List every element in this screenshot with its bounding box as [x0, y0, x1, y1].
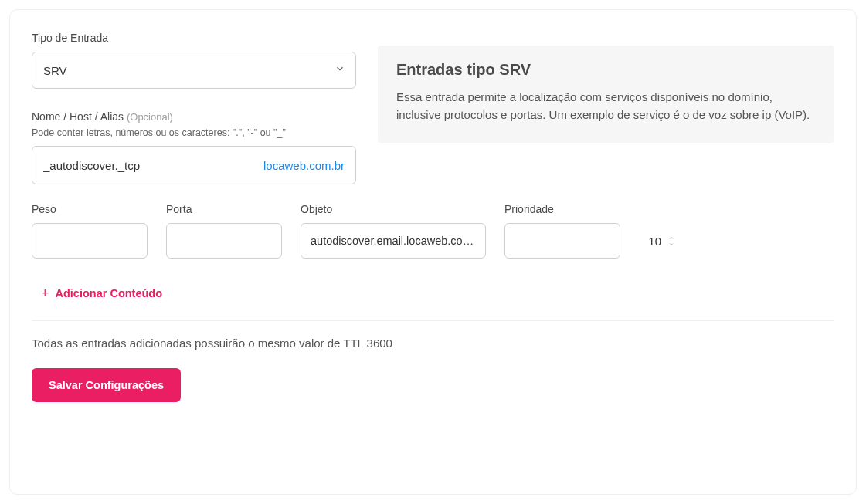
host-domain-suffix: locaweb.com.br: [257, 159, 345, 172]
host-label-text: Nome / Host / Alias: [32, 110, 124, 123]
porta-group: Porta: [166, 203, 282, 259]
prioridade-group: Prioridade: [504, 203, 620, 259]
peso-group: Peso: [32, 203, 148, 259]
host-label: Nome / Host / Alias (Opcional): [32, 110, 356, 123]
chevron-up-icon: [667, 235, 675, 241]
prioridade-input[interactable]: [515, 235, 667, 248]
chevron-down-icon: [667, 242, 675, 247]
peso-label: Peso: [32, 203, 148, 215]
objeto-label: Objeto: [301, 203, 486, 215]
left-column: Tipo de Entrada SRV Nome / Host / Alias …: [32, 32, 356, 184]
prioridade-input-wrap: [504, 223, 620, 259]
entry-type-select-wrap: SRV: [32, 52, 356, 89]
host-input[interactable]: [43, 159, 257, 172]
objeto-group: Objeto: [301, 203, 486, 259]
prioridade-label: Prioridade: [504, 203, 620, 215]
save-button[interactable]: Salvar Configurações: [32, 368, 181, 402]
ttl-note: Todas as entradas adicionadas possuirão …: [32, 337, 834, 350]
info-title: Entradas tipo SRV: [396, 61, 816, 79]
top-row: Tipo de Entrada SRV Nome / Host / Alias …: [32, 32, 834, 184]
entry-type-select[interactable]: SRV: [32, 52, 356, 89]
host-optional-text: (Opcional): [127, 111, 173, 123]
peso-input-wrap: [32, 223, 148, 259]
objeto-input-wrap: [301, 223, 486, 259]
dns-record-card: Tipo de Entrada SRV Nome / Host / Alias …: [9, 9, 857, 495]
porta-input-wrap: [166, 223, 282, 259]
porta-label: Porta: [166, 203, 282, 215]
info-body: Essa entrada permite a localização com s…: [396, 88, 816, 124]
host-hint: Pode conter letras, números ou os caract…: [32, 127, 356, 138]
record-fields-row: Peso Porta Objeto: [32, 203, 834, 259]
divider: [32, 320, 834, 321]
plus-icon: +: [41, 286, 49, 300]
add-content-label: Adicionar Conteúdo: [56, 287, 163, 299]
info-panel: Entradas tipo SRV Essa entrada permite a…: [378, 46, 834, 143]
host-input-wrap: locaweb.com.br: [32, 146, 356, 184]
objeto-input[interactable]: [311, 235, 476, 247]
entry-type-label: Tipo de Entrada: [32, 32, 356, 44]
add-content-button[interactable]: + Adicionar Conteúdo: [41, 286, 162, 300]
prioridade-stepper[interactable]: [667, 235, 675, 247]
